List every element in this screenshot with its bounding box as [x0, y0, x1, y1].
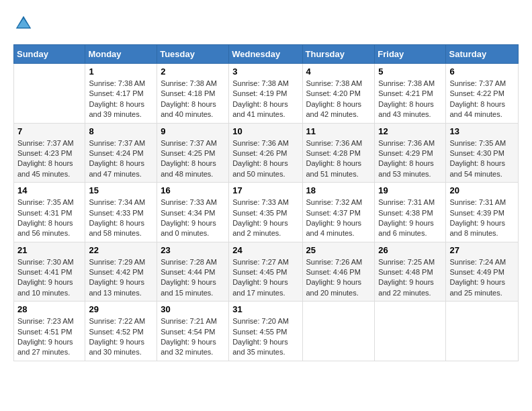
day-info: Sunrise: 7:36 AMSunset: 4:28 PMDaylight:…	[306, 138, 371, 180]
day-number: 21	[17, 245, 81, 255]
calendar-cell: 2Sunrise: 7:38 AMSunset: 4:18 PMDaylight…	[157, 64, 229, 124]
info-line: Sunset: 4:33 PM	[89, 209, 143, 217]
day-info: Sunrise: 7:33 AMSunset: 4:35 PMDaylight:…	[232, 197, 298, 239]
info-line: Sunrise: 7:30 AM	[17, 258, 74, 266]
info-line: Sunset: 4:18 PM	[161, 89, 215, 97]
info-line: Daylight: 8 hours	[378, 100, 434, 108]
info-line: and 40 minutes.	[161, 110, 213, 118]
calendar-cell: 18Sunrise: 7:32 AMSunset: 4:37 PMDayligh…	[302, 183, 375, 242]
day-info: Sunrise: 7:27 AMSunset: 4:45 PMDaylight:…	[232, 257, 298, 299]
calendar-cell: 7Sunrise: 7:37 AMSunset: 4:23 PMDaylight…	[14, 123, 85, 183]
calendar-cell: 6Sunrise: 7:37 AMSunset: 4:22 PMDaylight…	[446, 64, 519, 124]
info-line: Sunset: 4:20 PM	[306, 89, 361, 97]
info-line: Sunrise: 7:37 AM	[89, 139, 145, 147]
info-line: Daylight: 9 hours	[89, 338, 144, 346]
info-line: and 41 minutes.	[232, 110, 285, 118]
info-line: Daylight: 8 hours	[89, 219, 144, 227]
info-line: Sunrise: 7:34 AM	[89, 198, 145, 206]
info-line: and 22 minutes.	[378, 289, 431, 297]
calendar-cell	[14, 64, 85, 124]
calendar-table: SundayMondayTuesdayWednesdayThursdayFrid…	[13, 44, 519, 361]
info-line: Daylight: 9 hours	[232, 278, 288, 286]
info-line: Daylight: 8 hours	[232, 159, 288, 167]
info-line: Sunset: 4:25 PM	[161, 149, 215, 157]
info-line: Daylight: 8 hours	[232, 100, 288, 108]
week-row-3: 14Sunrise: 7:35 AMSunset: 4:31 PMDayligh…	[14, 183, 519, 242]
info-line: Daylight: 8 hours	[17, 159, 73, 167]
day-number: 13	[449, 126, 515, 136]
info-line: Sunset: 4:41 PM	[17, 268, 72, 276]
info-line: Sunset: 4:55 PM	[232, 328, 287, 336]
info-line: and 20 minutes.	[306, 289, 359, 297]
day-info: Sunrise: 7:36 AMSunset: 4:26 PMDaylight:…	[232, 138, 298, 180]
day-number: 11	[306, 126, 371, 136]
day-number: 28	[17, 304, 81, 314]
info-line: Sunset: 4:38 PM	[378, 209, 433, 217]
info-line: and 6 minutes.	[378, 229, 427, 237]
day-number: 4	[306, 66, 371, 77]
calendar-cell: 3Sunrise: 7:38 AMSunset: 4:19 PMDaylight…	[229, 64, 302, 124]
info-line: and 51 minutes.	[306, 170, 359, 178]
info-line: Sunset: 4:39 PM	[449, 209, 504, 217]
day-info: Sunrise: 7:31 AMSunset: 4:38 PMDaylight:…	[378, 197, 442, 239]
info-line: Sunset: 4:46 PM	[306, 268, 361, 276]
info-line: and 47 minutes.	[89, 170, 141, 178]
info-line: Sunrise: 7:33 AM	[232, 198, 289, 206]
info-line: Sunrise: 7:37 AM	[449, 79, 506, 87]
info-line: Sunset: 4:35 PM	[232, 209, 287, 217]
info-line: Daylight: 8 hours	[89, 100, 144, 108]
day-number: 26	[378, 245, 442, 255]
day-number: 19	[378, 185, 442, 195]
info-line: Sunset: 4:44 PM	[161, 268, 215, 276]
info-line: and 54 minutes.	[449, 170, 502, 178]
page-header	[13, 13, 519, 34]
info-line: Sunrise: 7:35 AM	[449, 139, 506, 147]
info-line: Daylight: 9 hours	[449, 219, 505, 227]
info-line: Daylight: 9 hours	[449, 278, 505, 286]
day-number: 24	[232, 245, 298, 255]
day-number: 5	[378, 66, 442, 77]
day-info: Sunrise: 7:38 AMSunset: 4:18 PMDaylight:…	[161, 79, 225, 120]
day-info: Sunrise: 7:38 AMSunset: 4:21 PMDaylight:…	[378, 79, 442, 120]
calendar-cell	[375, 302, 446, 361]
info-line: Sunset: 4:26 PM	[232, 149, 287, 157]
day-number: 20	[449, 185, 515, 195]
calendar-cell: 10Sunrise: 7:36 AMSunset: 4:26 PMDayligh…	[229, 123, 302, 183]
day-number: 3	[232, 66, 298, 77]
info-line: Sunrise: 7:22 AM	[89, 317, 145, 325]
info-line: Daylight: 8 hours	[161, 159, 216, 167]
calendar-cell: 16Sunrise: 7:33 AMSunset: 4:34 PMDayligh…	[157, 183, 229, 242]
info-line: Sunrise: 7:38 AM	[378, 79, 435, 87]
info-line: and 44 minutes.	[449, 110, 502, 118]
info-line: and 53 minutes.	[378, 170, 431, 178]
day-info: Sunrise: 7:37 AMSunset: 4:25 PMDaylight:…	[161, 138, 225, 180]
info-line: Sunset: 4:37 PM	[306, 209, 361, 217]
day-number: 30	[161, 304, 225, 314]
calendar-header: SundayMondayTuesdayWednesdayThursdayFrid…	[14, 45, 519, 64]
info-line: and 35 minutes.	[232, 348, 285, 356]
info-line: Sunset: 4:24 PM	[89, 149, 143, 157]
info-line: Sunset: 4:45 PM	[232, 268, 287, 276]
day-info: Sunrise: 7:22 AMSunset: 4:52 PMDaylight:…	[89, 316, 153, 358]
info-line: and 50 minutes.	[232, 170, 285, 178]
day-info: Sunrise: 7:23 AMSunset: 4:51 PMDaylight:…	[17, 316, 81, 358]
calendar-cell: 27Sunrise: 7:24 AMSunset: 4:49 PMDayligh…	[446, 242, 519, 302]
info-line: Sunset: 4:42 PM	[89, 268, 143, 276]
info-line: and 58 minutes.	[89, 229, 141, 237]
info-line: and 27 minutes.	[17, 348, 70, 356]
info-line: Daylight: 8 hours	[17, 219, 73, 227]
info-line: Daylight: 8 hours	[449, 100, 505, 108]
info-line: Daylight: 8 hours	[306, 159, 362, 167]
calendar-cell: 14Sunrise: 7:35 AMSunset: 4:31 PMDayligh…	[14, 183, 85, 242]
calendar-cell: 9Sunrise: 7:37 AMSunset: 4:25 PMDaylight…	[157, 123, 229, 183]
day-number: 1	[89, 66, 153, 77]
info-line: Sunrise: 7:31 AM	[449, 198, 506, 206]
calendar-cell: 24Sunrise: 7:27 AMSunset: 4:45 PMDayligh…	[229, 242, 302, 302]
info-line: Sunrise: 7:36 AM	[232, 139, 289, 147]
calendar-cell: 20Sunrise: 7:31 AMSunset: 4:39 PMDayligh…	[446, 183, 519, 242]
info-line: and 30 minutes.	[89, 348, 141, 356]
day-number: 12	[378, 126, 442, 136]
info-line: and 8 minutes.	[449, 229, 498, 237]
day-info: Sunrise: 7:34 AMSunset: 4:33 PMDaylight:…	[89, 197, 153, 239]
info-line: Daylight: 8 hours	[306, 100, 362, 108]
